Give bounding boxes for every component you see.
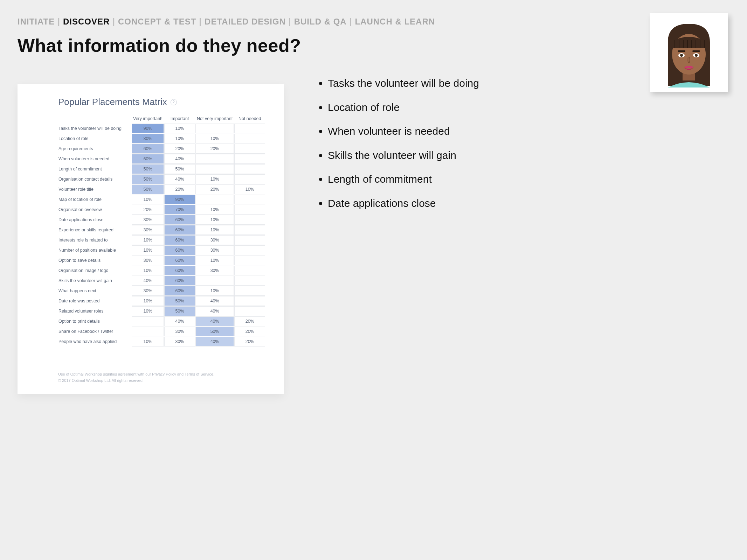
cell: 10% <box>164 124 195 133</box>
list-item: Length of commitment <box>328 172 479 187</box>
cell: 10% <box>132 296 164 306</box>
row-header: Tasks the volunteer will be doing <box>58 124 131 133</box>
list-item: Skills the volunteer will gain <box>328 148 479 163</box>
table-row: Option to save details30%60%10% <box>58 255 265 265</box>
breadcrumb-item[interactable]: BUILD & QA <box>294 17 347 26</box>
page-title: What information do they need? <box>18 35 729 56</box>
cell: 10% <box>195 134 234 144</box>
breadcrumb-item[interactable]: CONCEPT & TEST <box>118 17 196 26</box>
tos-link[interactable]: Terms of Service <box>185 372 213 376</box>
table-row: Experience or skills required30%60%10% <box>58 225 265 235</box>
cell: 40% <box>164 316 195 326</box>
footer-line-1: Use of Optimal Workshop signifies agreem… <box>58 371 273 378</box>
cell <box>234 205 265 215</box>
cell: 10% <box>132 266 164 275</box>
matrix-table: Very important!ImportantNot very importa… <box>58 114 265 347</box>
cell <box>195 154 234 164</box>
breadcrumb-separator: | <box>199 17 202 27</box>
row-header: Organisation contact details <box>58 174 131 184</box>
cell: 30% <box>164 337 195 346</box>
cell: 90% <box>164 195 195 204</box>
cell: 30% <box>164 327 195 336</box>
breadcrumb-item[interactable]: LAUNCH & LEARN <box>355 17 435 26</box>
cell: 50% <box>164 296 195 306</box>
cell <box>195 124 234 133</box>
cell <box>195 164 234 174</box>
cell: 50% <box>132 174 164 184</box>
cell: 10% <box>132 235 164 245</box>
cell: 10% <box>195 205 234 215</box>
cell: 50% <box>164 164 195 174</box>
cell: 10% <box>164 134 195 144</box>
breadcrumb-item[interactable]: DETAILED DESIGN <box>205 17 286 26</box>
list-item: Tasks the volunteer will be doing <box>328 76 479 91</box>
cell <box>234 306 265 316</box>
list-item: When volunteer is needed <box>328 124 479 139</box>
cell: 80% <box>132 134 164 144</box>
cell <box>234 266 265 275</box>
cell: 60% <box>164 286 195 296</box>
row-header: Length of commitment <box>58 164 131 174</box>
table-row: Related volunteer roles10%50%40% <box>58 306 265 316</box>
breadcrumb-item[interactable]: DISCOVER <box>63 17 110 26</box>
cell: 10% <box>132 337 164 346</box>
matrix-title-row: Popular Placements Matrix ? <box>58 97 273 107</box>
table-row: Tasks the volunteer will be doing90%10% <box>58 124 265 133</box>
cell: 30% <box>132 225 164 235</box>
cell: 30% <box>132 286 164 296</box>
cell: 50% <box>164 306 195 316</box>
list-item: Date applications close <box>328 196 479 211</box>
cell: 10% <box>195 225 234 235</box>
avatar-illustration <box>654 18 724 88</box>
cell: 20% <box>164 184 195 194</box>
row-header: People who have also applied <box>58 337 131 346</box>
row-header: Volunteer role title <box>58 184 131 194</box>
cell: 40% <box>132 276 164 286</box>
cell: 30% <box>132 215 164 225</box>
cell: 30% <box>195 245 234 255</box>
cell <box>234 225 265 235</box>
cell: 20% <box>132 205 164 215</box>
cell: 60% <box>132 154 164 164</box>
breadcrumb-separator: | <box>350 17 352 27</box>
footer-line-2: © 2017 Optimal Workshop Ltd. All rights … <box>58 378 273 384</box>
table-row: Map of location of role10%90% <box>58 195 265 204</box>
row-header: Number of positions available <box>58 245 131 255</box>
matrix-card: Popular Placements Matrix ? Very importa… <box>18 84 284 394</box>
cell <box>234 144 265 154</box>
svg-rect-13 <box>692 50 700 52</box>
cell: 40% <box>164 154 195 164</box>
help-icon[interactable]: ? <box>171 99 177 105</box>
row-header: Date applications close <box>58 215 131 225</box>
svg-point-17 <box>695 54 698 57</box>
cell <box>234 296 265 306</box>
table-row: What happens next30%60%10% <box>58 286 265 296</box>
cell <box>234 235 265 245</box>
cell: 60% <box>164 215 195 225</box>
table-row: Organisation contact details50%40%10% <box>58 174 265 184</box>
cell: 90% <box>132 124 164 133</box>
slide: INITIATE|DISCOVER|CONCEPT & TEST|DETAILE… <box>0 0 747 560</box>
footer-pretext: Use of Optimal Workshop signifies agreem… <box>58 372 152 376</box>
privacy-link[interactable]: Privacy Policy <box>152 372 176 376</box>
table-row: Date applications close30%60%10% <box>58 215 265 225</box>
cell <box>234 174 265 184</box>
row-header: Age requirements <box>58 144 131 154</box>
cell: 30% <box>195 235 234 245</box>
cell <box>234 164 265 174</box>
cell: 40% <box>195 296 234 306</box>
cell: 10% <box>234 184 265 194</box>
cell <box>234 286 265 296</box>
table-row: Volunteer role title50%20%20%10% <box>58 184 265 194</box>
table-row: Organisation image / logo10%60%30% <box>58 266 265 275</box>
breadcrumb-item[interactable]: INITIATE <box>18 17 55 26</box>
cell: 20% <box>195 144 234 154</box>
table-row: Location of role80%10%10% <box>58 134 265 144</box>
cell: 50% <box>195 327 234 336</box>
row-header: Interests role is related to <box>58 235 131 245</box>
row-header: Option to print details <box>58 316 131 326</box>
cell: 50% <box>132 184 164 194</box>
matrix-title: Popular Placements Matrix <box>58 97 167 107</box>
footer-post: . <box>213 372 214 376</box>
row-header: Related volunteer roles <box>58 306 131 316</box>
